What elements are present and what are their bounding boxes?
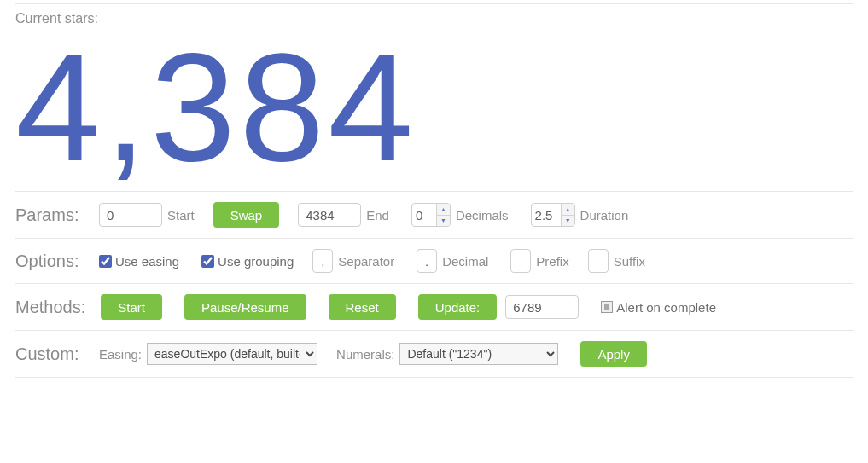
duration-input[interactable] xyxy=(532,204,561,226)
duration-stepper[interactable]: ▲ ▼ xyxy=(531,203,575,227)
start-button[interactable]: Start xyxy=(101,294,162,320)
update-input[interactable] xyxy=(505,295,579,319)
separator-input[interactable] xyxy=(312,249,333,273)
pause-resume-button[interactable]: Pause/Resume xyxy=(184,294,306,320)
decimals-up-icon[interactable]: ▲ xyxy=(437,204,450,216)
use-grouping-label: Use grouping xyxy=(218,254,294,269)
prefix-label: Prefix xyxy=(536,254,568,269)
numerals-select[interactable]: Default ("1234") xyxy=(399,343,558,365)
use-grouping-checkbox-wrap[interactable]: Use grouping xyxy=(201,254,294,269)
decimals-label: Decimals xyxy=(456,208,509,223)
decimal-input[interactable] xyxy=(417,249,437,273)
counter-value: 4,384 xyxy=(15,26,853,191)
separator-label: Separator xyxy=(338,254,394,269)
params-row: Params: Start Swap End ▲ ▼ Decimals xyxy=(15,192,853,238)
methods-row: Methods: Start Pause/Resume Reset Update… xyxy=(15,284,853,330)
decimals-down-icon[interactable]: ▼ xyxy=(437,216,450,227)
start-input[interactable] xyxy=(99,203,162,227)
use-easing-checkbox-wrap[interactable]: Use easing xyxy=(99,254,179,269)
start-label: Start xyxy=(167,208,195,223)
easing-label: Easing: xyxy=(99,347,142,362)
apply-button[interactable]: Apply xyxy=(580,341,647,367)
update-button[interactable]: Update: xyxy=(418,294,498,320)
swap-button[interactable]: Swap xyxy=(213,202,280,228)
decimals-input[interactable] xyxy=(412,204,436,226)
decimal-label: Decimal xyxy=(442,254,488,269)
duration-label: Duration xyxy=(580,208,629,223)
reset-button[interactable]: Reset xyxy=(329,294,396,320)
duration-down-icon[interactable]: ▼ xyxy=(562,216,574,227)
use-easing-label: Use easing xyxy=(115,254,179,269)
options-row: Options: Use easing Use grouping Separat… xyxy=(15,239,853,283)
easing-select[interactable]: easeOutExpo (default, built-in) xyxy=(147,343,317,365)
end-label: End xyxy=(366,208,389,223)
prefix-input[interactable] xyxy=(510,249,531,273)
decimals-stepper[interactable]: ▲ ▼ xyxy=(411,203,451,227)
custom-row: Custom: Easing: easeOutExpo (default, bu… xyxy=(15,331,853,377)
params-label: Params: xyxy=(15,205,84,225)
suffix-input[interactable] xyxy=(588,249,609,273)
numerals-label: Numerals: xyxy=(336,347,394,362)
custom-label: Custom: xyxy=(15,344,84,364)
alert-checkbox[interactable] xyxy=(601,301,613,313)
alert-label: Alert on complete xyxy=(616,300,716,315)
duration-up-icon[interactable]: ▲ xyxy=(562,204,574,216)
use-grouping-checkbox[interactable] xyxy=(201,255,214,268)
divider-5 xyxy=(15,377,853,378)
suffix-label: Suffix xyxy=(614,254,645,269)
alert-checkbox-wrap[interactable]: Alert on complete xyxy=(601,300,716,315)
options-label: Options: xyxy=(15,252,84,271)
end-input[interactable] xyxy=(298,203,361,227)
methods-label: Methods: xyxy=(15,298,85,317)
use-easing-checkbox[interactable] xyxy=(99,255,112,268)
